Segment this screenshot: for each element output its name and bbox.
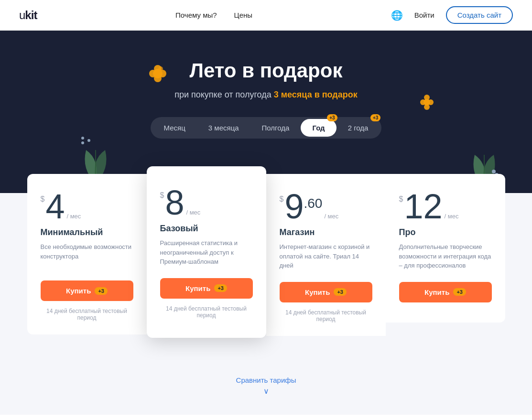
price-decimal-shop: .60 <box>304 196 322 211</box>
plan-desc-shop: Интернет-магазин с корзиной и оплатой на… <box>280 242 372 270</box>
buy-button-shop[interactable]: Купить +3 <box>280 282 372 302</box>
plan-basic: $ 8 / мес Базовый Расширенная статистика… <box>147 166 266 338</box>
hero-subtitle: при покупке от полугода 3 месяца в подар… <box>10 90 522 100</box>
logo[interactable]: ukit <box>19 9 37 22</box>
buy-badge-pro: +3 <box>453 288 466 296</box>
price-container-basic: $ 8 / мес <box>160 185 253 220</box>
svg-point-8 <box>81 141 84 144</box>
nav-why[interactable]: Почему мы? <box>175 11 217 19</box>
trial-shop: 14 дней бесплатный тестовый период <box>280 309 372 323</box>
compare-link[interactable]: Сравнить тарифы <box>236 376 296 384</box>
price-container-pro: $ 12 / мес <box>399 189 492 224</box>
svg-point-13 <box>420 99 426 105</box>
plan-name-minimal: Минимальный <box>41 227 133 237</box>
price-container-minimal: $ 4 / мес <box>41 189 133 224</box>
compare-section: Сравнить тарифы ∨ <box>0 376 532 415</box>
hero-highlight: 3 месяца в подарок <box>274 90 358 99</box>
plan-shop: $ 9 .60 / мес Магазин Интернет-магазин с… <box>266 174 386 336</box>
create-site-button[interactable]: Создать сайт <box>446 6 513 24</box>
plan-desc-basic: Расширенная статистика и неограниченный … <box>160 238 253 267</box>
price-main-basic: 8 <box>165 185 184 220</box>
price-period-pro: / мес <box>445 213 459 220</box>
price-dollar-basic: $ <box>160 191 164 200</box>
2years-badge: +3 <box>370 114 380 121</box>
svg-point-14 <box>423 99 430 106</box>
hero-section: Лето в подарок при покупке от полугода 3… <box>0 31 532 193</box>
trial-minimal: 14 дней бесплатный тестовый период <box>41 308 133 321</box>
period-2years[interactable]: 2 года +3 <box>337 119 380 137</box>
plan-name-pro: Про <box>399 227 492 237</box>
price-container-shop: $ 9 .60 / мес <box>280 189 372 224</box>
globe-icon[interactable]: 🌐 <box>391 10 403 21</box>
period-year[interactable]: Год +3 <box>301 119 336 137</box>
buy-button-minimal[interactable]: Купить +3 <box>41 280 133 301</box>
svg-point-11 <box>428 99 434 105</box>
trial-basic: 14 дней бесплатный тестовый период <box>160 305 253 319</box>
price-dollar-minimal: $ <box>41 195 45 204</box>
plan-desc-minimal: Все необходимые возможности конструктора <box>41 242 133 269</box>
buy-badge-shop: +3 <box>334 288 347 296</box>
dots-deco-1 <box>80 136 95 147</box>
period-month[interactable]: Месяц <box>152 119 197 137</box>
price-main-pro: 12 <box>404 189 442 224</box>
plan-minimal: $ 4 / мес Минимальный Все необходимые во… <box>27 174 147 334</box>
buy-button-basic[interactable]: Купить +3 <box>160 278 253 299</box>
svg-point-12 <box>424 104 430 110</box>
chevron-down-icon: ∨ <box>0 387 532 396</box>
price-dollar-pro: $ <box>399 195 403 204</box>
price-main-shop: 9 <box>284 189 304 224</box>
price-main-minimal: 4 <box>45 189 65 224</box>
hero-title: Лето в подарок <box>10 59 522 82</box>
svg-point-16 <box>492 170 496 173</box>
buy-badge-basic: +3 <box>214 284 227 292</box>
main-nav: Почему мы? Цены <box>175 11 252 19</box>
plan-name-basic: Базовый <box>160 224 253 234</box>
period-halfyear[interactable]: Полгода <box>250 119 301 137</box>
header: ukit Почему мы? Цены 🌐 Войти Создать сай… <box>0 0 532 31</box>
price-dollar-shop: $ <box>280 195 284 204</box>
nav-prices[interactable]: Цены <box>234 11 253 19</box>
header-actions: 🌐 Войти Создать сайт <box>391 6 513 24</box>
plan-pro: $ 12 / мес Про Дополнительные творческие… <box>386 174 505 323</box>
period-selector: Месяц 3 месяца Полгода Год +3 2 года +3 <box>151 117 382 139</box>
price-period-basic: / мес <box>186 209 200 216</box>
pricing-cards: $ 4 / мес Минимальный Все необходимые во… <box>27 174 505 338</box>
pricing-section: $ 4 / мес Минимальный Все необходимые во… <box>0 193 532 376</box>
svg-point-7 <box>87 139 90 142</box>
plan-desc-pro: Дополнительные творческие возможности и … <box>399 242 492 270</box>
buy-badge-minimal: +3 <box>95 287 108 295</box>
period-3months[interactable]: 3 месяца <box>197 119 250 137</box>
plan-name-shop: Магазин <box>280 227 372 237</box>
login-button[interactable]: Войти <box>414 11 434 19</box>
svg-point-6 <box>81 137 84 140</box>
buy-button-pro[interactable]: Купить +3 <box>399 282 492 302</box>
price-period-shop: / мес <box>324 213 338 220</box>
year-badge: +3 <box>327 114 337 121</box>
price-period-minimal: / мес <box>66 213 81 220</box>
